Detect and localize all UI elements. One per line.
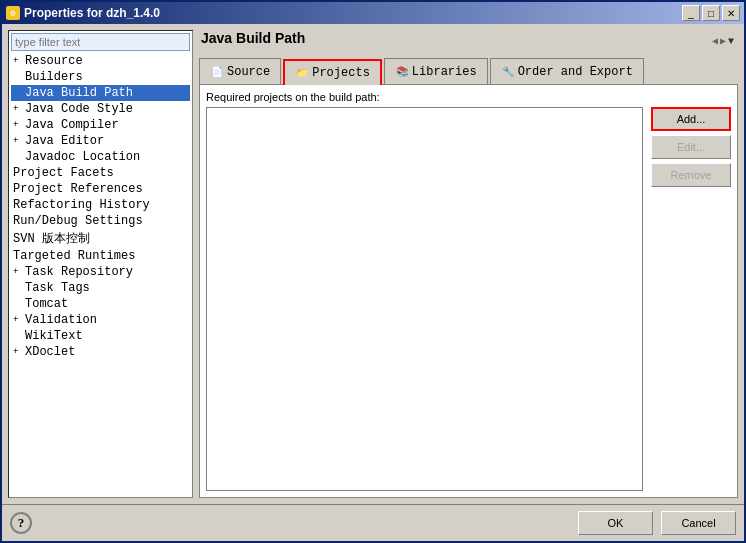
bottom-bar: ? OK Cancel: [2, 504, 744, 541]
panel-header: Java Build Path ◀ ▶ ▼: [199, 30, 738, 52]
projects-tab-icon: 📁: [295, 66, 309, 80]
expand-icon-4: +: [13, 136, 23, 146]
sidebar-item-tomcat[interactable]: Tomcat: [11, 296, 190, 312]
sidebar-item-task-repo[interactable]: + Task Repository: [11, 264, 190, 280]
sidebar-item-wikitext[interactable]: WikiText: [11, 328, 190, 344]
filter-input[interactable]: [11, 33, 190, 51]
expand-icon-6: +: [13, 315, 23, 325]
sidebar-item-java-code-style[interactable]: + Java Code Style: [11, 101, 190, 117]
sidebar-item-project-refs[interactable]: Project References: [11, 181, 190, 197]
panel-title: Java Build Path: [199, 30, 305, 46]
projects-list[interactable]: [206, 107, 643, 491]
sidebar-item-run-debug[interactable]: Run/Debug Settings: [11, 213, 190, 229]
minimize-button[interactable]: _: [682, 5, 700, 21]
sidebar-item-java-build-path[interactable]: Java Build Path: [11, 85, 190, 101]
expand-icon-7: +: [13, 347, 23, 357]
tab-libraries[interactable]: 📚 Libraries: [384, 58, 488, 84]
tab-content: Required projects on the build path: Add…: [199, 84, 738, 498]
tab-source-label: Source: [227, 65, 270, 79]
main-window: ⚙ Properties for dzh_1.4.0 _ □ ✕ + Resou…: [0, 0, 746, 543]
expand-icon: +: [13, 56, 23, 66]
sidebar-item-javadoc[interactable]: Javadoc Location: [11, 149, 190, 165]
tab-order-export-label: Order and Export: [518, 65, 633, 79]
tab-libraries-label: Libraries: [412, 65, 477, 79]
close-button[interactable]: ✕: [722, 5, 740, 21]
sidebar: + Resource Builders Java Build Path + Ja…: [8, 30, 193, 498]
sidebar-item-resource[interactable]: + Resource: [11, 53, 190, 69]
window-title: Properties for dzh_1.4.0: [24, 6, 160, 20]
sidebar-item-validation[interactable]: + Validation: [11, 312, 190, 328]
sidebar-item-targeted[interactable]: Targeted Runtimes: [11, 248, 190, 264]
sidebar-item-project-facets[interactable]: Project Facets: [11, 165, 190, 181]
sidebar-item-xdoclet[interactable]: + XDoclet: [11, 344, 190, 360]
main-panel: Java Build Path ◀ ▶ ▼ 📄 Source 📁 Project…: [199, 30, 738, 498]
dropdown-arrow[interactable]: ▼: [728, 36, 734, 47]
nav-arrows: ◀ ▶ ▼: [712, 35, 734, 47]
title-bar: ⚙ Properties for dzh_1.4.0 _ □ ✕: [2, 2, 744, 24]
sidebar-item-refactoring[interactable]: Refactoring History: [11, 197, 190, 213]
window-icon: ⚙: [6, 6, 20, 20]
tab-source[interactable]: 📄 Source: [199, 58, 281, 84]
required-label: Required projects on the build path:: [206, 91, 731, 103]
ok-button[interactable]: OK: [578, 511, 653, 535]
expand-icon-2: +: [13, 104, 23, 114]
help-button[interactable]: ?: [10, 512, 32, 534]
expand-icon-5: +: [13, 267, 23, 277]
forward-arrow[interactable]: ▶: [720, 35, 726, 47]
sidebar-item-task-tags[interactable]: Task Tags: [11, 280, 190, 296]
tab-projects-label: Projects: [312, 66, 370, 80]
buttons-column: Add... Edit... Remove: [651, 107, 731, 491]
expand-icon-3: +: [13, 120, 23, 130]
tab-projects[interactable]: 📁 Projects: [283, 59, 382, 85]
title-buttons: _ □ ✕: [682, 5, 740, 21]
edit-button[interactable]: Edit...: [651, 135, 731, 159]
sidebar-item-java-editor[interactable]: + Java Editor: [11, 133, 190, 149]
source-tab-icon: 📄: [210, 65, 224, 79]
order-export-tab-icon: 🔧: [501, 65, 515, 79]
cancel-button[interactable]: Cancel: [661, 511, 736, 535]
content-area: + Resource Builders Java Build Path + Ja…: [2, 24, 744, 504]
add-button[interactable]: Add...: [651, 107, 731, 131]
tab-content-inner: Add... Edit... Remove: [206, 107, 731, 491]
sidebar-item-builders[interactable]: Builders: [11, 69, 190, 85]
sidebar-item-svn[interactable]: SVN 版本控制: [11, 229, 190, 248]
tabs-row: 📄 Source 📁 Projects 📚 Libraries 🔧 Order …: [199, 58, 738, 84]
sidebar-item-java-compiler[interactable]: + Java Compiler: [11, 117, 190, 133]
remove-button[interactable]: Remove: [651, 163, 731, 187]
tab-order-export[interactable]: 🔧 Order and Export: [490, 58, 644, 84]
maximize-button[interactable]: □: [702, 5, 720, 21]
libraries-tab-icon: 📚: [395, 65, 409, 79]
back-arrow[interactable]: ◀: [712, 35, 718, 47]
bottom-right: OK Cancel: [578, 511, 736, 535]
